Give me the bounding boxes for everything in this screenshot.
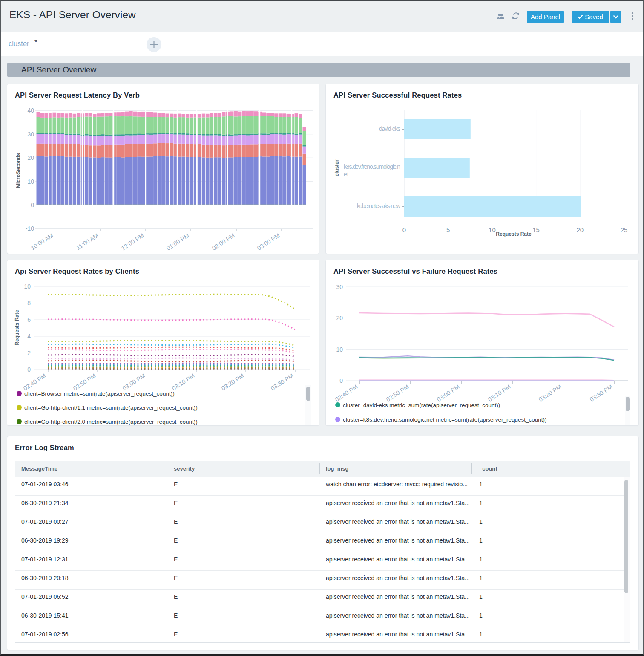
svg-text:15: 15: [532, 226, 540, 234]
svg-text:30: 30: [336, 283, 343, 290]
svg-text:client=Browser metric=sum(rate: client=Browser metric=sum(rate(apiserver…: [24, 390, 175, 397]
svg-text:02:40 PM: 02:40 PM: [334, 383, 359, 403]
svg-text:03:20 PM: 03:20 PM: [538, 383, 563, 403]
svg-text:02:40 PM: 02:40 PM: [22, 372, 47, 392]
svg-text:20: 20: [576, 226, 584, 234]
svg-text:20: 20: [336, 315, 343, 321]
svg-text:-10: -10: [26, 225, 34, 232]
svg-text:Requests Rate: Requests Rate: [14, 310, 20, 346]
svg-text:03:10 PM: 03:10 PM: [171, 372, 196, 392]
svg-text:5: 5: [446, 226, 450, 234]
svg-text:03:00 PM: 03:00 PM: [256, 232, 281, 251]
svg-text:0: 0: [402, 226, 406, 234]
svg-text:03:20 PM: 03:20 PM: [220, 372, 245, 392]
svg-text:8: 8: [27, 300, 31, 306]
svg-text:client=Go-http-client/1.1 metr: client=Go-http-client/1.1 metric=sum(rat…: [24, 405, 198, 411]
svg-text:client=Go-http-client/2.0 metr: client=Go-http-client/2.0 metric=sum(rat…: [24, 419, 198, 425]
svg-text:kubernetes-aks-new: kubernetes-aks-new: [357, 202, 401, 209]
svg-text:10:00 AM: 10:00 AM: [29, 232, 54, 251]
svg-text:01:00 PM: 01:00 PM: [165, 232, 190, 251]
svg-text:0: 0: [27, 366, 31, 373]
svg-text:03:10 PM: 03:10 PM: [487, 383, 512, 403]
svg-text:12:00 PM: 12:00 PM: [120, 232, 145, 251]
svg-text:0: 0: [339, 377, 343, 384]
svg-text:40: 40: [27, 107, 34, 114]
svg-text:cluster=david-eks metric=sum(r: cluster=david-eks metric=sum(rate(apiser…: [343, 402, 500, 408]
svg-text:02:00 PM: 02:00 PM: [211, 232, 236, 251]
svg-text:10: 10: [489, 226, 496, 234]
svg-text:03:30 PM: 03:30 PM: [589, 383, 614, 403]
svg-text:02:50 PM: 02:50 PM: [72, 372, 97, 392]
svg-text:03:00 PM: 03:00 PM: [121, 372, 147, 392]
svg-text:25: 25: [621, 226, 628, 234]
svg-text:cluster=k8s.dev.freno.sumologi: cluster=k8s.dev.freno.sumologic.net metr…: [343, 416, 546, 423]
svg-text:10: 10: [27, 178, 34, 185]
svg-text:30: 30: [27, 131, 34, 138]
svg-text:10: 10: [24, 283, 31, 290]
svg-text:et: et: [344, 171, 349, 178]
svg-text:2: 2: [27, 350, 31, 356]
svg-text:k8s.dev.freno.sumologic.n: k8s.dev.freno.sumologic.n: [344, 163, 400, 170]
svg-text:0: 0: [31, 202, 34, 208]
svg-text:cluster: cluster: [334, 159, 340, 176]
svg-text:03:30 PM: 03:30 PM: [270, 372, 295, 392]
svg-text:Requests Rate: Requests Rate: [496, 231, 532, 237]
svg-text:david-eks: david-eks: [379, 125, 400, 132]
svg-text:11:00 AM: 11:00 AM: [75, 232, 99, 251]
svg-text:02:50 PM: 02:50 PM: [385, 383, 410, 403]
svg-text:10: 10: [336, 346, 343, 353]
svg-text:4: 4: [27, 333, 31, 340]
svg-text:03:00 PM: 03:00 PM: [436, 383, 461, 403]
svg-text:MicroSeconds: MicroSeconds: [15, 153, 21, 188]
svg-text:20: 20: [27, 154, 34, 161]
svg-text:6: 6: [27, 316, 31, 323]
